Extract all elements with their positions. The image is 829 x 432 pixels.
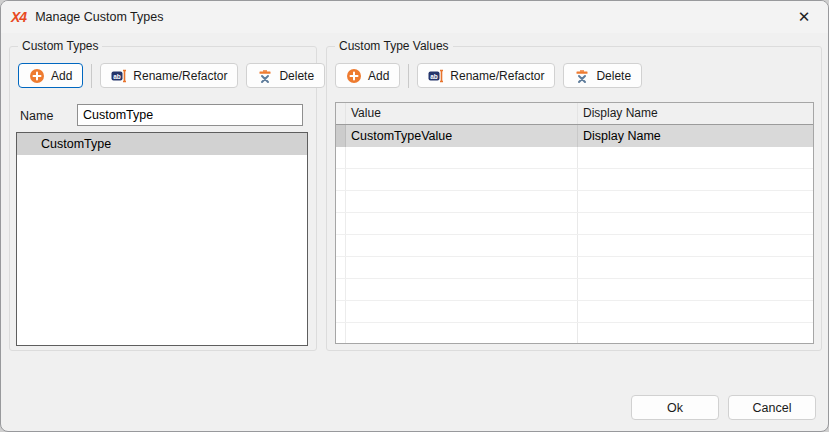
rename-value-label: Rename/Refactor bbox=[450, 69, 544, 83]
cell-value[interactable]: CustomTypeValue bbox=[346, 125, 578, 147]
add-icon bbox=[346, 68, 362, 84]
row-header-cell bbox=[336, 213, 346, 234]
row-header-cell[interactable] bbox=[336, 125, 346, 147]
list-item-customtype[interactable]: CustomType bbox=[17, 133, 307, 155]
custom-type-values-toolbar: Add ab Rename/Refactor Delete bbox=[335, 63, 642, 88]
custom-types-group-title: Custom Types bbox=[18, 39, 102, 53]
rename-type-button[interactable]: ab Rename/Refactor bbox=[100, 63, 238, 88]
add-icon bbox=[29, 68, 45, 84]
add-type-label: Add bbox=[51, 69, 72, 83]
rename-value-button[interactable]: ab Rename/Refactor bbox=[417, 63, 555, 88]
column-header-display-name[interactable]: Display Name bbox=[578, 103, 813, 124]
empty-rows-container bbox=[336, 147, 813, 344]
cell-display-name-empty[interactable] bbox=[578, 301, 813, 322]
rename-icon: ab bbox=[111, 68, 127, 84]
table-row-selected[interactable]: CustomTypeValue Display Name bbox=[336, 125, 813, 147]
cell-value-empty[interactable] bbox=[346, 257, 578, 278]
row-header-cell bbox=[336, 169, 346, 190]
cell-display-name-empty[interactable] bbox=[578, 235, 813, 256]
cell-value-empty[interactable] bbox=[346, 323, 578, 344]
custom-types-toolbar: Add ab Rename/Refactor Delete bbox=[18, 63, 325, 88]
cell-value-empty[interactable] bbox=[346, 213, 578, 234]
custom-types-group: Custom Types Add ab Rename/Refactor bbox=[9, 46, 317, 351]
app-logo-icon: X4 bbox=[11, 9, 26, 25]
delete-icon bbox=[257, 68, 273, 84]
table-empty-row[interactable] bbox=[336, 147, 813, 169]
dialog-window: X4 Manage Custom Types ✕ Custom Types Ad… bbox=[0, 0, 829, 432]
close-icon: ✕ bbox=[798, 8, 811, 26]
table-empty-row[interactable] bbox=[336, 169, 813, 191]
svg-text:ab: ab bbox=[114, 72, 122, 79]
values-table[interactable]: Value Display Name CustomTypeValue Displ… bbox=[335, 102, 814, 344]
cell-display-name-empty[interactable] bbox=[578, 147, 813, 168]
cell-value-empty[interactable] bbox=[346, 169, 578, 190]
table-empty-row[interactable] bbox=[336, 213, 813, 235]
table-corner-cell bbox=[336, 103, 346, 124]
cell-value-empty[interactable] bbox=[346, 279, 578, 300]
row-header-cell bbox=[336, 323, 346, 344]
row-header-cell bbox=[336, 235, 346, 256]
table-empty-row[interactable] bbox=[336, 301, 813, 323]
rename-icon: ab bbox=[428, 68, 444, 84]
cell-display-name-empty[interactable] bbox=[578, 191, 813, 212]
cancel-button[interactable]: Cancel bbox=[728, 395, 816, 420]
delete-value-button[interactable]: Delete bbox=[563, 63, 642, 88]
table-empty-row[interactable] bbox=[336, 257, 813, 279]
cell-display-name-empty[interactable] bbox=[578, 169, 813, 190]
cell-display-name[interactable]: Display Name bbox=[578, 125, 813, 147]
name-input[interactable] bbox=[77, 104, 303, 126]
name-label: Name bbox=[20, 109, 53, 123]
toolbar-separator bbox=[408, 64, 409, 88]
cell-display-name-empty[interactable] bbox=[578, 279, 813, 300]
cell-value-empty[interactable] bbox=[346, 191, 578, 212]
cell-display-name-empty[interactable] bbox=[578, 323, 813, 344]
row-header-cell bbox=[336, 279, 346, 300]
row-header-cell bbox=[336, 191, 346, 212]
close-button[interactable]: ✕ bbox=[784, 1, 824, 32]
table-header-row: Value Display Name bbox=[336, 103, 813, 125]
svg-text:ab: ab bbox=[431, 72, 439, 79]
add-type-button[interactable]: Add bbox=[18, 63, 83, 88]
toolbar-separator bbox=[91, 64, 92, 88]
add-value-label: Add bbox=[368, 69, 389, 83]
cell-value-empty[interactable] bbox=[346, 301, 578, 322]
table-empty-row[interactable] bbox=[336, 279, 813, 301]
ok-button[interactable]: Ok bbox=[631, 395, 719, 420]
row-header-cell bbox=[336, 147, 346, 168]
row-header-cell bbox=[336, 257, 346, 278]
delete-icon bbox=[574, 68, 590, 84]
column-header-value[interactable]: Value bbox=[346, 103, 578, 124]
delete-type-button[interactable]: Delete bbox=[246, 63, 325, 88]
delete-type-label: Delete bbox=[279, 69, 314, 83]
cell-value-empty[interactable] bbox=[346, 147, 578, 168]
custom-type-values-group: Custom Type Values Add ab Rename/Refacto… bbox=[326, 46, 822, 351]
custom-type-values-group-title: Custom Type Values bbox=[335, 39, 453, 53]
table-empty-row[interactable] bbox=[336, 191, 813, 213]
table-empty-row[interactable] bbox=[336, 323, 813, 344]
cell-display-name-empty[interactable] bbox=[578, 213, 813, 234]
window-title: Manage Custom Types bbox=[35, 10, 163, 24]
delete-value-label: Delete bbox=[596, 69, 631, 83]
custom-types-list[interactable]: CustomType bbox=[16, 132, 308, 346]
cell-display-name-empty[interactable] bbox=[578, 257, 813, 278]
add-value-button[interactable]: Add bbox=[335, 63, 400, 88]
cell-value-empty[interactable] bbox=[346, 235, 578, 256]
row-header-cell bbox=[336, 301, 346, 322]
title-bar: X4 Manage Custom Types ✕ bbox=[1, 1, 828, 33]
table-empty-row[interactable] bbox=[336, 235, 813, 257]
rename-type-label: Rename/Refactor bbox=[133, 69, 227, 83]
